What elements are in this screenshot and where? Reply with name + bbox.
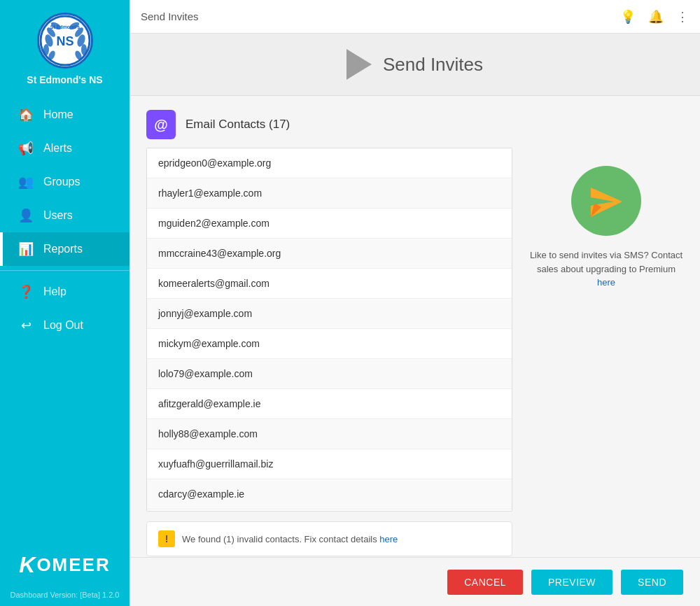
topbar: Send Invites 💡 🔔 ⋮ xyxy=(130,0,700,34)
email-list-item: nyavrcqp@guerrillamail.net xyxy=(147,509,512,512)
groups-icon: 👥 xyxy=(18,174,34,190)
sidebar-item-users[interactable]: 👤 Users xyxy=(0,199,130,232)
komeer-k: K xyxy=(19,552,35,578)
logo-area: NS St Edmond's St Edmond's NS xyxy=(20,0,109,94)
email-list-item: cdarcy@example.ie xyxy=(147,479,512,509)
email-list-item: mickym@example.com xyxy=(147,329,512,359)
email-list-item: afitzgerald@example.ie xyxy=(147,389,512,419)
sms-promo-link[interactable]: here xyxy=(597,277,615,288)
warning-bar: ! We found (1) invalid contacts. Fix con… xyxy=(146,521,512,556)
cancel-button[interactable]: CANCEL xyxy=(447,570,523,595)
svg-point-9 xyxy=(81,44,87,55)
email-list-item: mmccraine43@example.org xyxy=(147,239,512,269)
sidebar-label-home: Home xyxy=(43,108,74,121)
sidebar-label-help: Help xyxy=(43,286,66,298)
sidebar-item-reports[interactable]: 📊 Reports xyxy=(0,232,130,266)
left-panel: @ Email Contacts (17) epridgeon0@example… xyxy=(146,110,512,543)
komeer-brand: K OMEER xyxy=(19,552,110,578)
email-list-item: mguiden2@example.com xyxy=(147,209,512,239)
alerts-icon: 📢 xyxy=(18,141,34,156)
sidebar-label-users: Users xyxy=(43,209,73,222)
sidebar-label-groups: Groups xyxy=(43,176,80,188)
sms-promo-text: Like to send invites via SMS? Contact sa… xyxy=(529,248,683,290)
svg-marker-13 xyxy=(591,188,622,217)
sidebar: NS St Edmond's St Edmond's NS 🏠 Home 📢 A… xyxy=(0,0,130,606)
warning-icon: ! xyxy=(158,530,175,547)
email-list-item: lolo79@example.com xyxy=(147,359,512,389)
sidebar-item-help[interactable]: ❓ Help xyxy=(0,275,130,309)
sidebar-item-groups[interactable]: 👥 Groups xyxy=(0,165,130,199)
school-name: St Edmond's NS xyxy=(27,74,102,85)
users-icon: 👤 xyxy=(18,208,34,223)
bell-icon[interactable]: 🔔 xyxy=(648,9,664,24)
svg-text:St Edmond's: St Edmond's xyxy=(50,24,80,29)
page-header: Send Invites xyxy=(130,34,700,96)
menu-icon[interactable]: ⋮ xyxy=(676,9,689,24)
svg-point-4 xyxy=(43,44,49,55)
email-list-item: rhayler1@example.com xyxy=(147,178,512,209)
email-contacts-icon: @ xyxy=(146,110,176,139)
contacts-title: Email Contacts (17) xyxy=(186,118,290,132)
email-list[interactable]: epridgeon0@example.orgrhayler1@example.c… xyxy=(146,148,512,512)
komeer-rest: OMEER xyxy=(36,554,110,576)
footer: CANCEL PREVIEW SEND xyxy=(130,557,700,606)
sms-circle-icon xyxy=(571,166,641,236)
school-logo: NS St Edmond's xyxy=(37,13,93,69)
sidebar-version: Dashboard Version: [Beta] 1.2.0 xyxy=(0,591,130,599)
sidebar-item-logout[interactable]: ↩ Log Out xyxy=(0,309,130,342)
svg-text:NS: NS xyxy=(56,34,74,48)
send-icon xyxy=(346,49,372,80)
send-button[interactable]: SEND xyxy=(621,570,683,595)
content-area: @ Email Contacts (17) epridgeon0@example… xyxy=(130,96,700,557)
right-panel: Like to send invites via SMS? Contact sa… xyxy=(529,110,683,543)
main-area: Send Invites 💡 🔔 ⋮ Send Invites @ Email … xyxy=(130,0,700,606)
email-list-item: xuyfuafh@guerrillamail.biz xyxy=(147,449,512,479)
email-list-item: holly88@example.com xyxy=(147,419,512,449)
email-list-item: epridgeon0@example.org xyxy=(147,148,512,178)
sidebar-label-alerts: Alerts xyxy=(43,142,72,155)
page-header-title: Send Invites xyxy=(383,54,483,76)
nav-list: 🏠 Home 📢 Alerts 👥 Groups 👤 Users 📊 Repor… xyxy=(0,98,130,342)
contacts-header: @ Email Contacts (17) xyxy=(146,110,512,139)
warning-link[interactable]: here xyxy=(379,534,398,544)
topbar-icons: 💡 🔔 ⋮ xyxy=(620,9,689,24)
email-list-item: jonnyj@example.com xyxy=(147,299,512,329)
help-icon: ❓ xyxy=(18,284,34,300)
preview-button[interactable]: PREVIEW xyxy=(531,570,612,595)
bulb-icon[interactable]: 💡 xyxy=(620,9,636,24)
sidebar-item-home[interactable]: 🏠 Home xyxy=(0,98,130,132)
home-icon: 🏠 xyxy=(18,107,34,122)
reports-icon: 📊 xyxy=(18,241,34,257)
sidebar-label-reports: Reports xyxy=(43,243,83,255)
topbar-title: Send Invites xyxy=(141,10,199,22)
warning-text: We found (1) invalid contacts. Fix conta… xyxy=(182,534,398,544)
sidebar-item-alerts[interactable]: 📢 Alerts xyxy=(0,132,130,165)
email-list-item: komeeralerts@gmail.com xyxy=(147,269,512,299)
sidebar-label-logout: Log Out xyxy=(43,319,83,332)
logout-icon: ↩ xyxy=(18,318,34,333)
